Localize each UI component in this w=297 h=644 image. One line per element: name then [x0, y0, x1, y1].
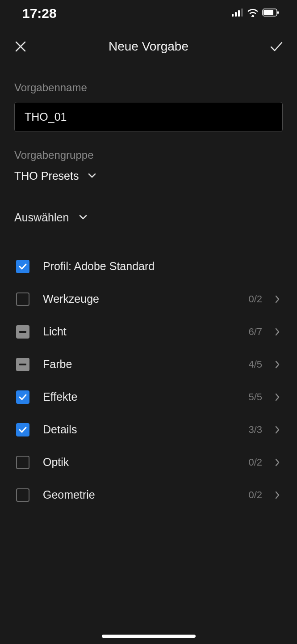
item-label: Licht: [43, 325, 248, 338]
checkbox[interactable]: [16, 456, 29, 469]
svg-rect-2: [238, 10, 240, 17]
item-label: Profil: Adobe Standard: [43, 260, 283, 273]
preset-group-value: THO Presets: [14, 169, 79, 182]
checkbox[interactable]: [16, 390, 29, 404]
page-title: Neue Vorgabe: [29, 39, 268, 54]
list-item[interactable]: Farbe4/5: [14, 348, 283, 381]
close-button[interactable]: [13, 38, 29, 55]
chevron-right-icon: [272, 425, 283, 434]
close-icon: [15, 41, 26, 52]
item-count: 0/2: [248, 293, 262, 305]
checkmark-icon: [270, 41, 283, 52]
select-label: Auswählen: [14, 211, 69, 224]
select-dropdown[interactable]: Auswählen: [14, 211, 283, 224]
item-label: Details: [43, 423, 248, 436]
checkbox[interactable]: [16, 358, 29, 371]
cellular-icon: [232, 8, 243, 18]
header: Neue Vorgabe: [0, 27, 297, 66]
status-bar: 17:28: [0, 0, 297, 27]
check-icon: [18, 263, 27, 270]
check-icon: [18, 394, 27, 401]
checkbox[interactable]: [16, 325, 29, 339]
list-item[interactable]: Werkzeuge0/2: [14, 283, 283, 315]
list-item[interactable]: Licht6/7: [14, 315, 283, 348]
chevron-right-icon: [272, 360, 283, 369]
chevron-right-icon: [272, 327, 283, 336]
item-label: Optik: [43, 456, 248, 469]
battery-icon: [262, 8, 279, 18]
checkbox[interactable]: [16, 260, 29, 273]
chevron-right-icon: [272, 295, 283, 304]
preset-group-label: Vorgabengruppe: [14, 149, 283, 161]
item-count: 0/2: [248, 489, 262, 501]
svg-point-4: [252, 15, 254, 17]
svg-rect-1: [235, 12, 237, 17]
item-count: 4/5: [248, 359, 262, 370]
status-icons: [232, 8, 279, 19]
item-label: Farbe: [43, 358, 248, 371]
items-list: Profil: Adobe StandardWerkzeuge0/2Licht6…: [14, 250, 283, 511]
dash-icon: [19, 364, 26, 365]
checkbox[interactable]: [16, 488, 29, 502]
list-item[interactable]: Details3/3: [14, 413, 283, 446]
preset-name-label: Vorgabenname: [14, 81, 283, 94]
chevron-down-icon: [88, 172, 96, 180]
checkbox[interactable]: [16, 292, 29, 306]
dash-icon: [19, 331, 26, 333]
chevron-right-icon: [272, 393, 283, 402]
wifi-icon: [247, 8, 259, 19]
checkbox[interactable]: [16, 423, 29, 436]
confirm-button[interactable]: [268, 38, 284, 55]
chevron-down-icon: [79, 214, 88, 222]
svg-rect-7: [277, 11, 279, 14]
item-count: 0/2: [248, 457, 262, 468]
preset-name-input[interactable]: [14, 102, 283, 132]
chevron-right-icon: [272, 491, 283, 500]
list-item[interactable]: Effekte5/5: [14, 381, 283, 413]
svg-rect-3: [241, 8, 243, 17]
check-icon: [18, 426, 27, 433]
list-item[interactable]: Optik0/2: [14, 446, 283, 479]
item-label: Geometrie: [43, 488, 248, 501]
home-indicator[interactable]: [102, 635, 196, 638]
item-label: Werkzeuge: [43, 292, 248, 305]
status-time: 17:28: [22, 6, 57, 21]
preset-group-dropdown[interactable]: THO Presets: [14, 169, 283, 182]
content: Vorgabenname Vorgabengruppe THO Presets …: [0, 66, 297, 511]
chevron-right-icon: [272, 458, 283, 467]
list-item[interactable]: Profil: Adobe Standard: [14, 250, 283, 283]
list-item[interactable]: Geometrie0/2: [14, 479, 283, 511]
item-count: 5/5: [248, 391, 262, 403]
item-count: 3/3: [248, 424, 262, 436]
item-label: Effekte: [43, 390, 248, 403]
item-count: 6/7: [248, 326, 262, 338]
svg-rect-0: [232, 14, 234, 17]
svg-rect-6: [264, 10, 273, 15]
